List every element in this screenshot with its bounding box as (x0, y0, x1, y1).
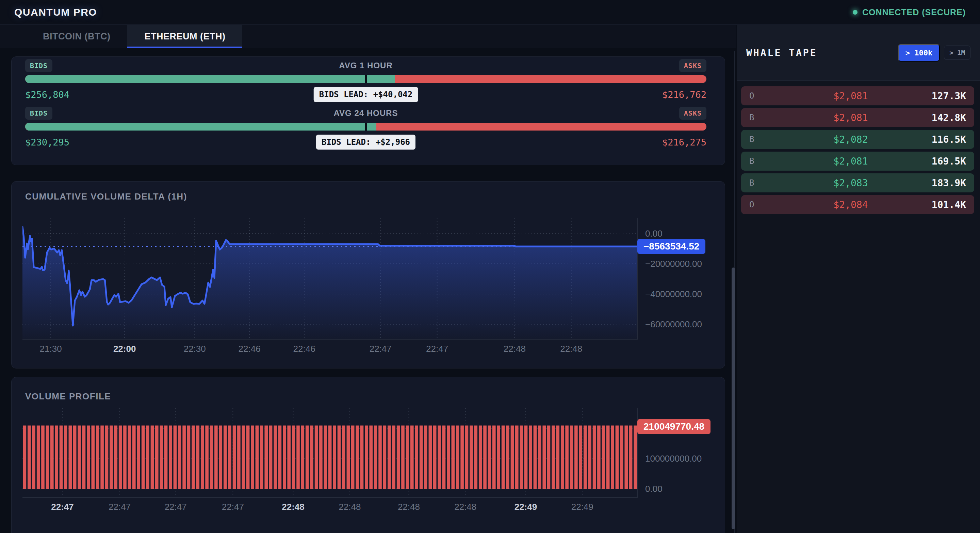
x-tick-label: 22:47 (369, 343, 392, 354)
asks-total: $216,762 (662, 89, 706, 100)
app-title: QUANTUM PRO (14, 6, 97, 18)
y-tick-label: −60000000.00 (645, 319, 702, 330)
x-tick-label: 22:49 (571, 501, 593, 512)
y-tick-label: −20000000.00 (645, 259, 702, 269)
scrollbar-thumb[interactable] (732, 268, 735, 529)
x-tick-label: 22:47 (222, 501, 244, 512)
trade-side-label: B (749, 135, 770, 144)
asks-badge: ASKS (679, 59, 706, 72)
cvd-current-value-badge: −8563534.52 (637, 239, 705, 254)
connection-status-label: CONNECTED (SECURE) (862, 8, 966, 17)
trade-row: B$2,081142.8K (741, 108, 974, 127)
bids-total: $230,295 (25, 137, 69, 148)
whale-tape-rows: O$2,081127.3KB$2,081142.8KB$2,082116.5KB… (741, 86, 974, 217)
connection-status: CONNECTED (SECURE) (853, 8, 966, 17)
bid-ask-ratio-bar (25, 123, 706, 130)
bids-bar-segment (25, 75, 395, 83)
whale-filter-button-1m[interactable]: > 1M (944, 46, 970, 60)
y-tick-label: 0.00 (645, 483, 662, 494)
order-flow-group: BIDSAVG 24 HOURSASKS$230,295BIDS LEAD: +… (25, 107, 706, 149)
trade-side-label: B (749, 113, 770, 122)
x-tick-label: 22:47 (165, 501, 187, 512)
status-dot-icon (853, 10, 858, 14)
order-flow-labels: BIDSAVG 1 HOURASKS (25, 59, 706, 72)
order-flow-values: $230,295BIDS LEAD: +$2,966$216,275 (25, 135, 706, 149)
trade-size: 142.8K (932, 112, 966, 124)
order-flow-group: BIDSAVG 1 HOURASKS$256,804BIDS LEAD: +$4… (25, 59, 706, 101)
trade-size: 116.5K (932, 134, 966, 145)
x-tick-label: 22:48 (398, 501, 420, 512)
bids-bar-segment (25, 123, 376, 130)
y-tick-label: 0.00 (645, 228, 662, 239)
x-tick-label: 21:30 (40, 343, 62, 354)
whale-tape-filters: > 100k> 1M (898, 44, 970, 62)
trade-row: B$2,082116.5K (741, 130, 974, 149)
x-tick-label: 22:00 (113, 343, 136, 354)
bids-badge: BIDS (25, 107, 52, 120)
x-tick-label: 22:30 (184, 343, 206, 354)
cvd-chart (22, 218, 638, 339)
bids-total: $256,804 (25, 89, 69, 100)
x-tick-label: 22:48 (504, 343, 526, 354)
trade-row: B$2,081169.5K (741, 152, 974, 171)
y-tick-label: −40000000.00 (645, 289, 702, 300)
cvd-title: CUMULATIVE VOLUME DELTA (1H) (25, 191, 187, 202)
x-tick-label: 22:46 (293, 343, 315, 354)
x-tick-label: 22:48 (339, 501, 361, 512)
volume-profile-chart (22, 408, 638, 498)
trade-size: 101.4K (932, 199, 966, 210)
volume-profile-panel: VOLUME PROFILE 210049770.48 0.0010000000… (11, 377, 725, 533)
period-label: AVG 1 HOUR (339, 61, 393, 70)
tab-ethereum-eth[interactable]: ETHEREUM (ETH) (127, 25, 242, 48)
trade-price: $2,081 (770, 90, 932, 102)
trade-price: $2,081 (770, 156, 932, 167)
bids-lead-badge: BIDS LEAD: +$40,042 (314, 87, 418, 102)
top-bar: QUANTUM PRO CONNECTED (SECURE) (0, 0, 980, 25)
volume-profile-title: VOLUME PROFILE (25, 391, 111, 402)
x-tick-label: 22:49 (514, 501, 537, 512)
tab-bar: BITCOIN (BTC)ETHEREUM (ETH) (0, 25, 737, 48)
cvd-panel: CUMULATIVE VOLUME DELTA (1H) −8563534.52… (11, 181, 725, 368)
trade-price: $2,083 (770, 178, 932, 189)
x-tick-label: 22:47 (426, 343, 448, 354)
whale-tape-header: WHALE TAPE > 100k> 1M (737, 25, 980, 81)
order-flow-panel: BIDSAVG 1 HOURASKS$256,804BIDS LEAD: +$4… (11, 56, 725, 165)
midpoint-marker (365, 123, 367, 130)
trade-price: $2,082 (770, 134, 932, 145)
trade-size: 169.5K (932, 156, 966, 167)
x-tick-label: 22:47 (108, 501, 130, 512)
x-tick-label: 22:46 (239, 343, 261, 354)
trade-side-label: O (749, 200, 770, 209)
trade-size: 183.9K (932, 178, 966, 189)
trade-row: B$2,083183.9K (741, 173, 974, 192)
trade-side-label: B (749, 178, 770, 188)
order-flow-labels: BIDSAVG 24 HOURSASKS (25, 107, 706, 119)
trade-side-label: B (749, 156, 770, 166)
x-tick-label: 22:48 (454, 501, 476, 512)
trade-side-label: O (749, 91, 770, 101)
trade-price: $2,081 (770, 112, 932, 124)
midpoint-marker (365, 75, 367, 83)
period-label: AVG 24 HOURS (334, 108, 398, 118)
tab-bitcoin-btc[interactable]: BITCOIN (BTC) (26, 25, 127, 48)
volume-peak-value-badge: 210049770.48 (637, 419, 711, 434)
bid-ask-ratio-bar (25, 75, 706, 83)
x-tick-label: 22:48 (282, 501, 305, 512)
trade-size: 127.3K (932, 90, 966, 102)
asks-badge: ASKS (679, 107, 706, 120)
order-flow-values: $256,804BIDS LEAD: +$40,042$216,762 (25, 88, 706, 101)
app-window: QUANTUM PRO CONNECTED (SECURE) BITCOIN (… (0, 0, 980, 533)
x-tick-label: 22:47 (51, 501, 74, 512)
whale-filter-button-100k[interactable]: > 100k (898, 44, 940, 62)
asks-total: $216,275 (662, 137, 706, 148)
whale-tape-panel: WHALE TAPE > 100k> 1M O$2,081127.3KB$2,0… (737, 25, 980, 533)
bids-lead-badge: BIDS LEAD: +$2,966 (316, 135, 415, 149)
x-tick-label: 22:48 (560, 343, 582, 354)
trade-price: $2,084 (770, 199, 932, 210)
trade-row: O$2,084101.4K (741, 195, 974, 214)
bids-badge: BIDS (25, 59, 52, 72)
whale-tape-title: WHALE TAPE (746, 47, 817, 59)
trade-row: O$2,081127.3K (741, 86, 974, 105)
y-tick-label: 100000000.00 (645, 453, 702, 464)
